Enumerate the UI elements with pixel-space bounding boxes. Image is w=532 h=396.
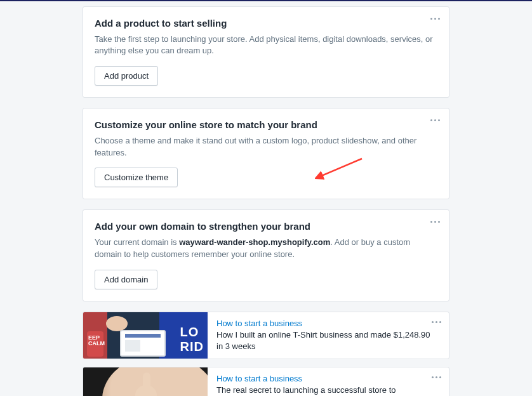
card-title: Add your own domain to strengthen your b… bbox=[95, 220, 437, 233]
thumb-text: LO RID bbox=[180, 325, 204, 354]
article-thumbnail bbox=[83, 367, 208, 396]
article-card: How to start a business The real secret … bbox=[83, 367, 449, 396]
more-icon[interactable] bbox=[430, 373, 442, 383]
task-card-customize-theme: Customize your online store to match you… bbox=[83, 108, 449, 199]
more-icon[interactable] bbox=[430, 317, 442, 327]
current-domain: wayward-wander-shop.myshopify.com bbox=[179, 237, 330, 247]
more-icon[interactable] bbox=[429, 13, 441, 23]
article-thumbnail: LO RID bbox=[83, 312, 208, 359]
main-content: Add a product to start selling Take the … bbox=[83, 0, 449, 396]
more-icon[interactable] bbox=[429, 115, 441, 125]
article-card: LO RID How to start a business How I bui… bbox=[83, 312, 449, 359]
card-description: Take the first step to launching your st… bbox=[95, 34, 437, 58]
article-headline: The real secret to launching a successfu… bbox=[216, 385, 431, 396]
article-category-link[interactable]: How to start a business bbox=[216, 319, 431, 328]
task-card-add-product: Add a product to start selling Take the … bbox=[83, 6, 449, 98]
add-product-button[interactable]: Add product bbox=[95, 66, 158, 86]
card-description: Choose a theme and make it stand out wit… bbox=[95, 135, 437, 159]
customize-theme-button[interactable]: Customize theme bbox=[95, 168, 178, 187]
task-card-add-domain: Add your own domain to strengthen your b… bbox=[83, 209, 449, 301]
card-description: Your current domain is wayward-wander-sh… bbox=[95, 237, 437, 261]
window-top-strip bbox=[0, 0, 532, 1]
add-domain-button[interactable]: Add domain bbox=[95, 270, 157, 289]
article-headline: How I built an online T-Shirt business a… bbox=[216, 329, 431, 352]
more-icon[interactable] bbox=[429, 216, 441, 227]
article-category-link[interactable]: How to start a business bbox=[216, 374, 431, 383]
card-title: Add a product to start selling bbox=[95, 17, 437, 30]
card-title: Customize your online store to match you… bbox=[95, 119, 437, 131]
desc-pre: Your current domain is bbox=[95, 237, 179, 247]
